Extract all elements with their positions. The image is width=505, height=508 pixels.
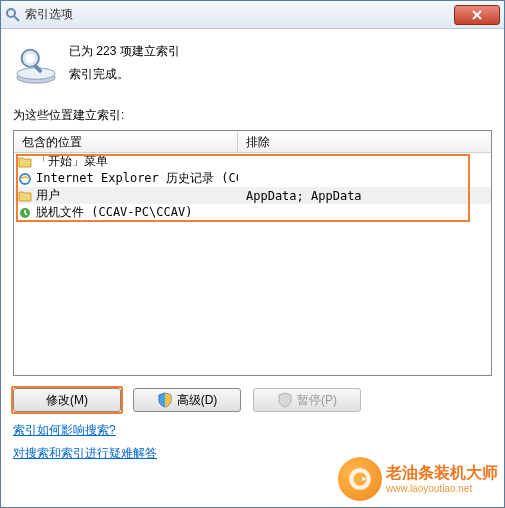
row-name: 「开始」菜单 xyxy=(36,153,108,170)
ie-icon xyxy=(18,172,32,186)
svg-marker-11 xyxy=(362,477,366,481)
column-included[interactable]: 包含的位置 xyxy=(14,131,238,152)
button-label: 高级(D) xyxy=(177,392,218,409)
svg-point-9 xyxy=(20,174,30,184)
locations-list[interactable]: 包含的位置 排除 「开始」菜单 Internet Explorer 历史记录 (… xyxy=(13,130,492,376)
shield-icon xyxy=(157,392,173,408)
row-name: Internet Explorer 历史记录 (CCA... xyxy=(36,170,238,187)
row-name: 脱机文件 (CCAV-PC\CCAV) xyxy=(36,204,192,221)
status-count: 已为 223 项建立索引 xyxy=(69,43,180,60)
svg-point-7 xyxy=(25,53,35,63)
index-icon xyxy=(13,41,59,87)
folder-icon xyxy=(18,155,32,169)
status-complete: 索引完成。 xyxy=(69,66,180,83)
modify-button[interactable]: 修改(M) xyxy=(13,388,121,412)
watermark-url: www.laoyoutiao.net xyxy=(386,483,498,495)
list-header: 包含的位置 排除 xyxy=(14,131,491,153)
column-exclude[interactable]: 排除 xyxy=(238,131,491,152)
button-row: 修改(M) 高级(D) 暂停(P) xyxy=(13,388,492,412)
folder-icon xyxy=(18,189,32,203)
dialog-window: 索引选项 已为 223 项建立索引 索引完成。 为这些位置建立索引: xyxy=(0,0,505,508)
svg-point-5 xyxy=(17,68,55,79)
titlebar: 索引选项 xyxy=(1,1,504,29)
close-button[interactable] xyxy=(454,5,500,25)
row-name: 用户 xyxy=(36,187,60,204)
watermark: 老油条装机大师 www.laoyoutiao.net xyxy=(338,457,498,501)
watermark-badge-icon xyxy=(338,457,382,501)
button-label: 修改(M) xyxy=(46,392,88,409)
section-label: 为这些位置建立索引: xyxy=(13,107,492,124)
list-item[interactable]: 用户 AppData; AppData xyxy=(14,187,491,204)
list-item[interactable]: Internet Explorer 历史记录 (CCA... xyxy=(14,170,491,187)
advanced-button[interactable]: 高级(D) xyxy=(133,388,241,412)
list-item[interactable]: 「开始」菜单 xyxy=(14,153,491,170)
list-body: 「开始」菜单 Internet Explorer 历史记录 (CCA... 用户 xyxy=(14,153,491,221)
app-icon xyxy=(5,7,21,23)
watermark-title: 老油条装机大师 xyxy=(386,463,498,482)
pause-button: 暂停(P) xyxy=(253,388,361,412)
list-item[interactable]: 脱机文件 (CCAV-PC\CCAV) xyxy=(14,204,491,221)
shield-icon xyxy=(277,392,293,408)
window-title: 索引选项 xyxy=(25,6,454,23)
status-text: 已为 223 项建立索引 索引完成。 xyxy=(69,41,180,89)
row-exclude: AppData; AppData xyxy=(238,189,491,203)
button-label: 暂停(P) xyxy=(297,392,337,409)
help-links: 索引如何影响搜索? 对搜索和索引进行疑难解答 xyxy=(13,422,492,462)
svg-point-0 xyxy=(7,9,15,17)
offline-icon xyxy=(18,206,32,220)
status-row: 已为 223 项建立索引 索引完成。 xyxy=(13,41,492,89)
svg-line-1 xyxy=(14,16,19,21)
content-area: 已为 223 项建立索引 索引完成。 为这些位置建立索引: 包含的位置 排除 「… xyxy=(1,29,504,507)
link-affect-search[interactable]: 索引如何影响搜索? xyxy=(13,422,492,439)
